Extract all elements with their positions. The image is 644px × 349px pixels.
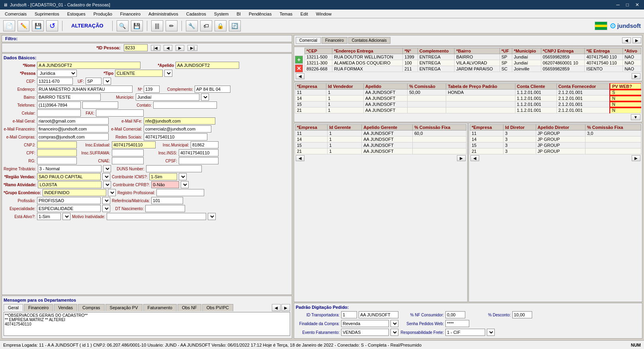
- minimize-button[interactable]: ─: [615, 2, 621, 8]
- email-geral-input[interactable]: [37, 117, 109, 125]
- tab-obs-pvpc[interactable]: Obs PV/PC: [202, 304, 233, 311]
- duns-input[interactable]: [146, 165, 202, 172]
- tab-geral[interactable]: Geral: [4, 304, 23, 311]
- nav-last-button[interactable]: ▶|: [187, 45, 197, 51]
- pencil-button[interactable]: ✏: [166, 20, 178, 31]
- pessoa-select[interactable]: Jurídica: [37, 70, 77, 77]
- new-button[interactable]: 📄: [3, 20, 15, 31]
- address-scroll-right[interactable]: ▶: [632, 73, 640, 79]
- tabs-prev-button[interactable]: ◀: [272, 304, 281, 311]
- diretor-scroll-left[interactable]: ◀: [470, 155, 479, 161]
- table-row[interactable]: 11 1 AA JUNDSOFT 50,00 HONDA 1.1.2.01.00…: [295, 90, 641, 96]
- motivo-select[interactable]: ▼: [208, 213, 216, 220]
- insc-municipal-input[interactable]: [191, 141, 219, 148]
- tab-compras[interactable]: Compras: [78, 304, 105, 311]
- ramo-select[interactable]: ▼: [103, 181, 111, 188]
- add-address-button[interactable]: +: [295, 56, 303, 64]
- esta-ativo-input[interactable]: [37, 213, 61, 220]
- regime-select[interactable]: ▼: [103, 165, 111, 172]
- grupo-select[interactable]: ▼: [108, 189, 116, 196]
- diretor-scroll-right[interactable]: ▶: [632, 155, 640, 161]
- finalidade-compra-input[interactable]: [341, 320, 389, 327]
- cpsf-input[interactable]: [179, 157, 219, 164]
- nome-input[interactable]: [37, 62, 141, 69]
- menu-temas[interactable]: Temas: [276, 11, 295, 17]
- id-pessoa-input[interactable]: [124, 44, 148, 51]
- right-tab-comercial[interactable]: Comercial: [296, 37, 321, 44]
- gerente-scroll-right[interactable]: ▶: [457, 155, 466, 161]
- table-row[interactable]: 14 1 AA JUNDSOFT 1.1.2.01.001 2.1.2.01.0…: [295, 96, 641, 101]
- nav-next-button[interactable]: ▶: [176, 45, 184, 51]
- redes-sociais-input[interactable]: [144, 133, 207, 140]
- tab-obs-nf[interactable]: Obs NF: [178, 304, 201, 311]
- pct-nf-consumidor-input[interactable]: [445, 311, 465, 318]
- contribuinte-cprb-input[interactable]: [151, 181, 179, 188]
- id-transportadora-input[interactable]: [341, 311, 357, 318]
- motivo-inatividade-input[interactable]: [107, 213, 206, 220]
- dt-nascimento-input[interactable]: [145, 205, 185, 212]
- table-row[interactable]: 21 3 JP GROUP: [470, 148, 641, 154]
- profissao-input[interactable]: [37, 197, 101, 204]
- insc-estadual-input[interactable]: [112, 141, 156, 148]
- tipo-input[interactable]: [115, 70, 163, 77]
- pct-desconto-input[interactable]: [512, 311, 532, 318]
- table-row[interactable]: 15 1 AA JUNDSOFT: [295, 142, 466, 148]
- rg-input[interactable]: [37, 157, 77, 164]
- table-row[interactable]: 15 3 JP GROUP: [470, 142, 641, 148]
- cep-input[interactable]: [37, 78, 73, 85]
- transportadora-name-input[interactable]: [359, 311, 398, 318]
- table-row[interactable]: 13211-500 RUA DOUTOR WELLINGTON 1399 ENT…: [305, 54, 641, 60]
- table-row[interactable]: 15 1 AA JUNDSOFT 1.1.2.01.001 2.1.2.01.0…: [295, 101, 641, 107]
- email-comercial-input[interactable]: [144, 125, 211, 133]
- refresh-button[interactable]: ↺: [46, 20, 58, 31]
- municipio-input[interactable]: [136, 94, 199, 101]
- window-controls[interactable]: ─ □ ✕: [615, 2, 641, 8]
- table-row[interactable]: 89226-668 RUA FORMAX 211 ENTREGA JARDIM …: [305, 66, 641, 72]
- insc-inss-input[interactable]: [179, 149, 219, 156]
- menu-system[interactable]: System: [211, 11, 232, 17]
- search-button[interactable]: 🔍: [117, 20, 129, 31]
- cnpj-input[interactable]: [37, 141, 77, 148]
- gerente-scroll-left[interactable]: ◀: [296, 155, 304, 161]
- right-panel-next[interactable]: ▶: [632, 37, 641, 43]
- right-tab-financeiro[interactable]: Financeiro: [322, 37, 347, 44]
- menu-cadastros[interactable]: Cadastros: [183, 11, 209, 17]
- municipio-select[interactable]: ▼: [201, 94, 209, 101]
- bairro-input[interactable]: [37, 94, 101, 101]
- telefone-input[interactable]: [37, 101, 81, 109]
- save-discard-button[interactable]: 💾: [32, 20, 44, 31]
- cpf-input[interactable]: [37, 149, 77, 156]
- contribuinte-icms-input[interactable]: [149, 173, 177, 180]
- endereco-input[interactable]: [37, 86, 133, 93]
- cnae-input[interactable]: [112, 157, 144, 164]
- tab-faturamento[interactable]: Faturamento: [143, 304, 177, 311]
- registro-input[interactable]: [156, 189, 204, 196]
- tipo-select[interactable]: ▼: [164, 70, 172, 77]
- table-row[interactable]: 14 1 AA JUNDSOFT: [295, 136, 466, 142]
- menu-financeiro[interactable]: Financeiro: [117, 11, 144, 17]
- tab-financeiro[interactable]: Financeiro: [24, 304, 53, 311]
- menu-estoques[interactable]: Estoques: [64, 11, 89, 17]
- responsabilidade-frete-input[interactable]: [445, 329, 485, 336]
- contato-input[interactable]: [153, 101, 217, 109]
- tab-vendas[interactable]: Vendas: [54, 304, 77, 311]
- contribuinte-icms-select[interactable]: ▼: [179, 173, 187, 180]
- close-button[interactable]: ✕: [634, 2, 641, 8]
- frete-select[interactable]: ▼: [487, 329, 495, 336]
- menu-pendencias[interactable]: Pendências: [246, 11, 275, 17]
- especialidade-input[interactable]: [37, 205, 101, 212]
- celular-input[interactable]: [37, 109, 81, 117]
- uf-input[interactable]: [86, 78, 101, 85]
- vendor-scroll-down[interactable]: ▼: [631, 114, 640, 120]
- maximize-button[interactable]: □: [624, 2, 630, 8]
- mensagem-textarea[interactable]: **OBSERVACOES GERAIS DO CADASTRO** ** EM…: [4, 312, 290, 336]
- menu-bi[interactable]: BI: [234, 11, 244, 17]
- regiao-select[interactable]: ▼: [102, 173, 110, 180]
- email-compras-input[interactable]: [37, 133, 109, 140]
- referencia-input[interactable]: [151, 197, 183, 204]
- especialidade-select[interactable]: ▼: [102, 205, 110, 212]
- flag-button[interactable]: 🏷: [200, 20, 212, 31]
- grupo-input[interactable]: [43, 189, 106, 196]
- tools-button[interactable]: 🔧: [186, 20, 198, 31]
- fax-input[interactable]: [96, 109, 144, 117]
